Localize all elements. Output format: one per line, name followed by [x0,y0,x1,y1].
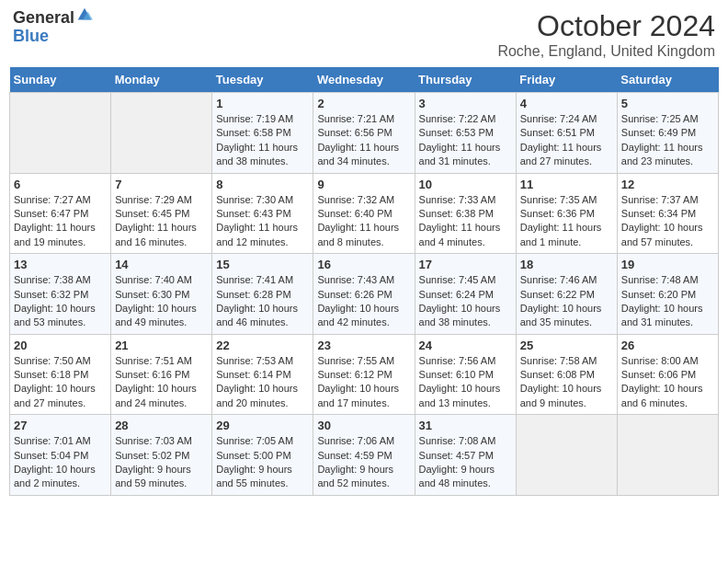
day-number: 20 [14,339,107,352]
day-info: Sunrise: 7:53 AM Sunset: 6:14 PM Dayligh… [216,354,309,411]
day-number: 28 [115,419,208,432]
calendar-cell [10,93,111,174]
day-info: Sunrise: 7:58 AM Sunset: 6:08 PM Dayligh… [520,354,613,411]
logo-blue-text: Blue [13,27,49,45]
calendar-cell [516,415,617,496]
day-info: Sunrise: 7:38 AM Sunset: 6:32 PM Dayligh… [14,273,107,330]
calendar-cell: 6Sunrise: 7:27 AM Sunset: 6:47 PM Daylig… [10,173,111,254]
day-number: 8 [216,178,309,191]
main-title: October 2024 [497,9,715,43]
day-number: 11 [520,178,613,191]
calendar-cell: 23Sunrise: 7:55 AM Sunset: 6:12 PM Dayli… [313,334,415,415]
day-number: 24 [419,339,512,352]
calendar-cell: 7Sunrise: 7:29 AM Sunset: 6:45 PM Daylig… [111,173,212,254]
day-number: 30 [317,419,410,432]
logo-text: General [13,9,74,28]
day-info: Sunrise: 7:43 AM Sunset: 6:26 PM Dayligh… [317,273,410,330]
calendar-cell: 26Sunrise: 8:00 AM Sunset: 6:06 PM Dayli… [617,334,718,415]
calendar-cell: 4Sunrise: 7:24 AM Sunset: 6:51 PM Daylig… [516,93,617,174]
day-number: 31 [419,419,512,432]
day-info: Sunrise: 7:51 AM Sunset: 6:16 PM Dayligh… [115,354,208,411]
calendar-cell: 3Sunrise: 7:22 AM Sunset: 6:53 PM Daylig… [415,93,516,174]
day-number: 7 [115,178,208,191]
day-info: Sunrise: 7:01 AM Sunset: 5:04 PM Dayligh… [14,434,107,491]
calendar-cell: 25Sunrise: 7:58 AM Sunset: 6:08 PM Dayli… [516,334,617,415]
title-block: October 2024 Roche, England, United King… [497,9,715,60]
day-info: Sunrise: 7:22 AM Sunset: 6:53 PM Dayligh… [419,112,512,169]
col-header-monday: Monday [111,67,212,93]
col-header-saturday: Saturday [617,67,718,93]
day-number: 19 [621,258,714,271]
day-number: 26 [621,339,714,352]
calendar-table: SundayMondayTuesdayWednesdayThursdayFrid… [9,67,719,496]
calendar-cell: 5Sunrise: 7:25 AM Sunset: 6:49 PM Daylig… [617,93,718,174]
day-number: 12 [621,178,714,191]
day-number: 25 [520,339,613,352]
day-number: 13 [14,258,107,271]
day-info: Sunrise: 7:29 AM Sunset: 6:45 PM Dayligh… [115,193,208,250]
day-info: Sunrise: 7:48 AM Sunset: 6:20 PM Dayligh… [621,273,714,330]
day-info: Sunrise: 7:37 AM Sunset: 6:34 PM Dayligh… [621,193,714,250]
col-header-sunday: Sunday [10,67,111,93]
day-info: Sunrise: 8:00 AM Sunset: 6:06 PM Dayligh… [621,354,714,411]
day-info: Sunrise: 7:50 AM Sunset: 6:18 PM Dayligh… [14,354,107,411]
day-number: 9 [317,178,410,191]
calendar-cell: 2Sunrise: 7:21 AM Sunset: 6:56 PM Daylig… [313,93,415,174]
day-info: Sunrise: 7:35 AM Sunset: 6:36 PM Dayligh… [520,193,613,250]
calendar-cell: 9Sunrise: 7:32 AM Sunset: 6:40 PM Daylig… [313,173,415,254]
calendar-cell: 22Sunrise: 7:53 AM Sunset: 6:14 PM Dayli… [212,334,313,415]
day-info: Sunrise: 7:40 AM Sunset: 6:30 PM Dayligh… [115,273,208,330]
logo: General Blue [13,9,93,46]
day-number: 21 [115,339,208,352]
day-number: 3 [419,97,512,110]
calendar-cell: 11Sunrise: 7:35 AM Sunset: 6:36 PM Dayli… [516,173,617,254]
calendar-cell: 13Sunrise: 7:38 AM Sunset: 6:32 PM Dayli… [10,254,111,335]
calendar-cell: 24Sunrise: 7:56 AM Sunset: 6:10 PM Dayli… [415,334,516,415]
day-number: 10 [419,178,512,191]
calendar-cell: 20Sunrise: 7:50 AM Sunset: 6:18 PM Dayli… [10,334,111,415]
day-number: 1 [216,97,309,110]
day-number: 16 [317,258,410,271]
day-info: Sunrise: 7:41 AM Sunset: 6:28 PM Dayligh… [216,273,309,330]
calendar-cell: 14Sunrise: 7:40 AM Sunset: 6:30 PM Dayli… [111,254,212,335]
day-info: Sunrise: 7:55 AM Sunset: 6:12 PM Dayligh… [317,354,410,411]
day-info: Sunrise: 7:46 AM Sunset: 6:22 PM Dayligh… [520,273,613,330]
calendar-cell: 19Sunrise: 7:48 AM Sunset: 6:20 PM Dayli… [617,254,718,335]
col-header-friday: Friday [516,67,617,93]
day-info: Sunrise: 7:56 AM Sunset: 6:10 PM Dayligh… [419,354,512,411]
day-number: 23 [317,339,410,352]
calendar-cell: 8Sunrise: 7:30 AM Sunset: 6:43 PM Daylig… [212,173,313,254]
day-info: Sunrise: 7:03 AM Sunset: 5:02 PM Dayligh… [115,434,208,491]
calendar-cell: 17Sunrise: 7:45 AM Sunset: 6:24 PM Dayli… [415,254,516,335]
day-info: Sunrise: 7:45 AM Sunset: 6:24 PM Dayligh… [419,273,512,330]
day-info: Sunrise: 7:06 AM Sunset: 4:59 PM Dayligh… [317,434,410,491]
day-number: 2 [317,97,410,110]
calendar-cell: 21Sunrise: 7:51 AM Sunset: 6:16 PM Dayli… [111,334,212,415]
day-info: Sunrise: 7:32 AM Sunset: 6:40 PM Dayligh… [317,193,410,250]
day-info: Sunrise: 7:05 AM Sunset: 5:00 PM Dayligh… [216,434,309,491]
calendar-cell: 12Sunrise: 7:37 AM Sunset: 6:34 PM Dayli… [617,173,718,254]
day-number: 4 [520,97,613,110]
day-number: 6 [14,178,107,191]
day-info: Sunrise: 7:33 AM Sunset: 6:38 PM Dayligh… [419,193,512,250]
page-header: General Blue October 2024 Roche, England… [9,9,719,60]
calendar-cell [617,415,718,496]
calendar-cell: 10Sunrise: 7:33 AM Sunset: 6:38 PM Dayli… [415,173,516,254]
day-number: 29 [216,419,309,432]
day-info: Sunrise: 7:25 AM Sunset: 6:49 PM Dayligh… [621,112,714,169]
col-header-thursday: Thursday [415,67,516,93]
calendar-cell: 31Sunrise: 7:08 AM Sunset: 4:57 PM Dayli… [415,415,516,496]
col-header-tuesday: Tuesday [212,67,313,93]
calendar-cell: 1Sunrise: 7:19 AM Sunset: 6:58 PM Daylig… [212,93,313,174]
calendar-cell [111,93,212,174]
day-number: 14 [115,258,208,271]
day-number: 22 [216,339,309,352]
day-number: 15 [216,258,309,271]
day-info: Sunrise: 7:27 AM Sunset: 6:47 PM Dayligh… [14,193,107,250]
calendar-cell: 27Sunrise: 7:01 AM Sunset: 5:04 PM Dayli… [10,415,111,496]
day-info: Sunrise: 7:21 AM Sunset: 6:56 PM Dayligh… [317,112,410,169]
calendar-cell: 16Sunrise: 7:43 AM Sunset: 6:26 PM Dayli… [313,254,415,335]
calendar-cell: 15Sunrise: 7:41 AM Sunset: 6:28 PM Dayli… [212,254,313,335]
calendar-cell: 29Sunrise: 7:05 AM Sunset: 5:00 PM Dayli… [212,415,313,496]
day-number: 18 [520,258,613,271]
